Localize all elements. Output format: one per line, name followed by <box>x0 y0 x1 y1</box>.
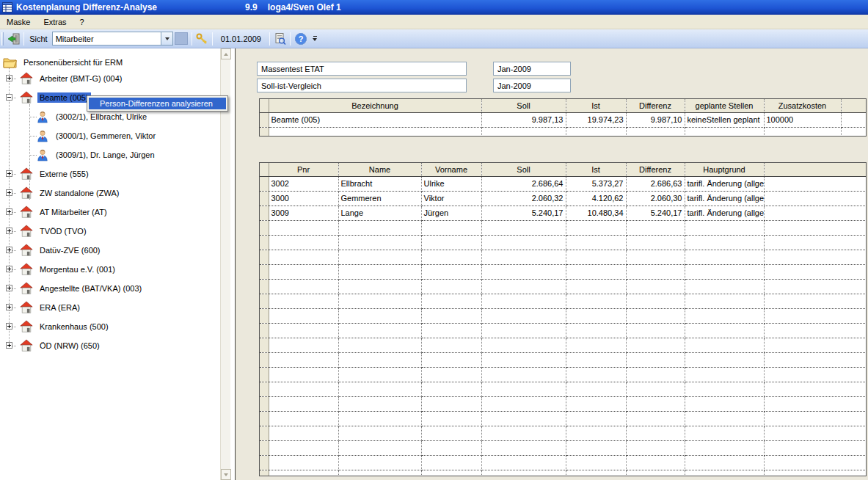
tree-item-at-mitarbeiter-at[interactable]: AT Mitarbeiter (AT) <box>19 206 109 219</box>
cell-hauptgrund[interactable]: tarifl. Änderung (allgemein) <box>685 176 764 191</box>
expand-plus-box[interactable] <box>6 247 12 253</box>
cell-hauptgrund[interactable]: tarifl. Änderung (allgemein) <box>685 191 764 206</box>
cell-geplante-stellen[interactable]: keineStellen geplant <box>685 112 764 127</box>
table-row[interactable]: 3000GemmerenViktor2.060,324.120,622.060,… <box>260 191 866 206</box>
key-button[interactable] <box>194 31 210 46</box>
reference-date-field[interactable]: 01.01.2009 <box>215 34 267 43</box>
table-row[interactable]: Beamte (005)9.987,1319.974,239.987,10kei… <box>260 112 866 127</box>
tree-root-item[interactable]: Personenübersicht für ERM <box>3 56 125 69</box>
tree-item-era-era[interactable]: ERA (ERA) <box>19 301 82 314</box>
menu-maske[interactable]: Maske <box>0 16 37 28</box>
toolbar-overflow-button[interactable] <box>311 36 318 41</box>
cell-soll[interactable]: 9.987,13 <box>481 112 566 127</box>
row-selector[interactable] <box>260 191 269 206</box>
row-selector[interactable] <box>260 112 269 127</box>
cell-hauptgrund[interactable]: tarifl. Änderung (allgemein) <box>685 206 764 220</box>
scrollbar-down-button[interactable] <box>221 469 231 480</box>
help-button[interactable]: ? <box>293 31 308 46</box>
cell-empty <box>626 367 685 382</box>
cell-ist[interactable]: 10.480,34 <box>566 206 626 220</box>
expand-plus-box[interactable] <box>6 189 12 196</box>
tree-item-d-nrw-650[interactable]: ÖD (NRW) (650) <box>19 339 102 352</box>
empty-table-row <box>260 264 866 279</box>
exit-button[interactable] <box>6 31 21 46</box>
collapse-minus-box[interactable] <box>6 94 12 101</box>
column-header-hauptgrund[interactable]: Hauptgrund <box>685 163 764 176</box>
expand-plus-box[interactable] <box>6 208 12 215</box>
tree-item-angestellte-bat-vka-003[interactable]: Angestellte (BAT/VKA) (003) <box>19 282 144 295</box>
tree-item-3000-1-gemmeren-viktor[interactable]: (3000/1), Gemmeren, Viktor <box>35 129 158 142</box>
sicht-combobox-dropdown-button[interactable] <box>161 32 172 45</box>
cell-ist[interactable]: 5.373,27 <box>566 176 626 191</box>
comparison-name-field[interactable]: Soll-ist-Vergleich <box>257 79 467 92</box>
tree-item-zw-standalone-zwa[interactable]: ZW standalone (ZWA) <box>19 186 121 200</box>
cell-differenz[interactable]: 2.060,30 <box>626 191 685 206</box>
row-selector[interactable] <box>260 206 269 220</box>
cell-name[interactable]: Ellbracht <box>338 176 421 191</box>
column-header-differenz[interactable]: Differenz <box>626 163 685 176</box>
column-header-name[interactable]: Name <box>338 163 421 176</box>
cell-ist[interactable]: 19.974,23 <box>566 112 626 127</box>
cell-zusatzkosten[interactable]: 100000 <box>764 112 841 127</box>
scrollbar-up-button[interactable] <box>221 48 231 59</box>
tree-item-arbeiter-bmt-g-004[interactable]: Arbeiter (BMT-G) (004) <box>19 72 124 85</box>
cell-differenz[interactable]: 5.240,17 <box>626 206 685 220</box>
tree-item-3009-1-dr-lange-j-rgen[interactable]: (3009/1), Dr. Lange, Jürgen <box>35 148 157 161</box>
column-header-pnr[interactable]: Pnr <box>269 163 338 176</box>
context-menu-item-analyze-differences[interactable]: Person-Differenzen analysieren <box>89 98 226 109</box>
expand-plus-box[interactable] <box>6 228 12 234</box>
column-header-soll[interactable]: Soll <box>481 99 566 112</box>
cell-name[interactable]: Lange <box>338 206 421 220</box>
tree-item-externe-555[interactable]: Externe (555) <box>19 167 91 181</box>
column-header-ist[interactable]: Ist <box>566 99 626 112</box>
expand-plus-box[interactable] <box>6 323 12 330</box>
column-header-empty <box>841 99 866 112</box>
column-header-zusatzkosten[interactable]: Zusatzkosten <box>764 99 841 112</box>
cell-vorname[interactable]: Ulrike <box>421 176 481 191</box>
cell-vorname[interactable]: Jürgen <box>421 206 481 220</box>
cell-bezeichnung[interactable]: Beamte (005) <box>269 112 481 127</box>
table-row[interactable]: 3009LangeJürgen5.240,1710.480,345.240,17… <box>260 206 866 220</box>
column-header-bezeichnung[interactable]: Bezeichnung <box>269 99 481 112</box>
tree-item-beamte-005[interactable]: Beamte (005) <box>19 91 91 104</box>
expand-plus-box[interactable] <box>6 304 12 310</box>
cell-soll[interactable]: 2.686,64 <box>481 176 566 191</box>
tree-scrollbar[interactable] <box>220 48 230 480</box>
cell-name[interactable]: Gemmeren <box>338 191 421 206</box>
cell-soll[interactable]: 5.240,17 <box>481 206 566 220</box>
cell-ist[interactable]: 4.120,62 <box>566 191 626 206</box>
expand-plus-box[interactable] <box>6 266 12 272</box>
expand-plus-box[interactable] <box>6 285 12 291</box>
tree-item-3002-1-ellbracht-ulrike[interactable]: (3002/1), Ellbracht, Ulrike <box>35 110 149 123</box>
column-header-differenz[interactable]: Differenz <box>626 99 685 112</box>
table-row[interactable]: 3002EllbrachtUlrike2.686,645.373,272.686… <box>260 176 866 191</box>
tree-item-tv-d-tvo[interactable]: TVÖD (TVO) <box>19 225 89 238</box>
expand-plus-box[interactable] <box>6 342 12 349</box>
cell-soll[interactable]: 2.060,32 <box>481 191 566 206</box>
sicht-combobox[interactable]: Mitarbeiter <box>52 32 174 46</box>
column-header-vorname[interactable]: Vorname <box>421 163 481 176</box>
cell-pnr[interactable]: 3009 <box>269 206 338 220</box>
row-selector[interactable] <box>260 176 269 191</box>
cell-pnr[interactable]: 3000 <box>269 191 338 206</box>
cell-vorname[interactable]: Viktor <box>421 191 481 206</box>
expand-plus-box[interactable] <box>6 170 12 177</box>
cell-pnr[interactable]: 3002 <box>269 176 338 191</box>
tree-item-krankenhaus-500[interactable]: Krankenhaus (500) <box>19 320 111 333</box>
cell-differenz[interactable]: 9.987,10 <box>626 112 685 127</box>
column-header-soll[interactable]: Soll <box>481 163 566 176</box>
menu-extras[interactable]: Extras <box>37 16 73 28</box>
expand-plus-box[interactable] <box>6 75 12 81</box>
print-preview-button[interactable] <box>272 31 288 46</box>
column-header-ist[interactable]: Ist <box>566 163 626 176</box>
tree-item-morgentau-e-v-001[interactable]: Morgentau e.V. (001) <box>19 263 117 276</box>
toolbar-band: Sicht Mitarbeiter 01.01.2009 <box>0 29 868 48</box>
toolbar-grip[interactable] <box>1 32 4 46</box>
plan-name-field[interactable]: Massentest ETAT <box>257 62 467 76</box>
menu-help[interactable]: ? <box>73 16 91 28</box>
period-from-field[interactable]: Jan-2009 <box>493 62 571 76</box>
period-to-field[interactable]: Jan-2009 <box>493 79 571 92</box>
tree-item-dat-v-zve-600[interactable]: Datüv-ZVE (600) <box>19 244 103 257</box>
cell-differenz[interactable]: 2.686,63 <box>626 176 685 191</box>
column-header-geplante-stellen[interactable]: geplante Stellen <box>685 99 764 112</box>
